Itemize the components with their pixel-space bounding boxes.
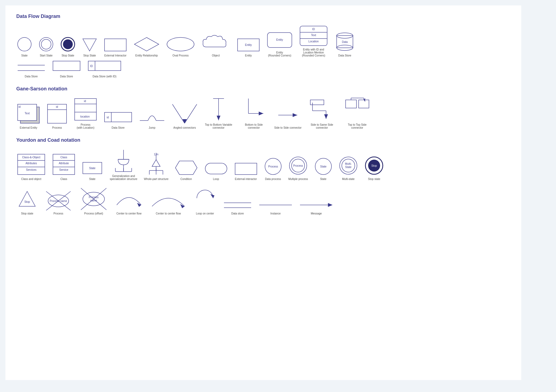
yc-data-store: Data store — [223, 200, 252, 215]
label-gs-jump: Jump — [149, 126, 155, 129]
shape-external-interactor: External Interactor — [103, 36, 128, 57]
yc-external-interactor: External interactor — [234, 161, 258, 181]
gs-bottom-side-connector: Bottom to Side connector — [239, 97, 269, 129]
gs-jump: Jump — [138, 108, 166, 129]
svg-text:Service: Service — [59, 168, 68, 171]
yc-loop-center: Loop on center — [193, 186, 217, 215]
label-gs-angled: Angled connectors — [173, 126, 196, 129]
svg-text:Text: Text — [25, 112, 30, 115]
label-entity-id-location: Entity with ID and Location Mention (Rou… — [299, 48, 328, 57]
svg-text:Stop: Stop — [371, 164, 377, 167]
gs-side-same-side-connector: Side to Same Side connector — [307, 97, 337, 129]
svg-text:Data: Data — [342, 40, 348, 43]
svg-text:Stop: Stop — [24, 200, 30, 203]
svg-rect-100 — [235, 163, 257, 175]
yc-stop-triangle: Stop Stop state — [16, 189, 38, 215]
gs-row-1: id Text External Entity id Process — [16, 97, 510, 129]
shape-start-state: Start State — [38, 36, 54, 57]
label-yc-message: Message — [311, 212, 322, 215]
label-yc-condition: Condition — [180, 178, 192, 181]
gs-angled-connectors: Angled connectors — [171, 103, 198, 129]
svg-marker-115 — [19, 191, 35, 206]
svg-point-2 — [41, 39, 51, 49]
label-yc-loop-center: Loop on center — [196, 212, 214, 215]
yc-condition: Condition — [174, 160, 198, 181]
label-gs-top-bottom: Top to Bottom Variable connector — [204, 123, 233, 129]
svg-text:location: location — [80, 115, 90, 118]
svg-marker-7 — [134, 37, 159, 51]
label-gs-process: Process — [52, 126, 62, 129]
label-data-store-lines: Data Store — [25, 75, 38, 78]
label-stop-state-1: Stop State — [62, 54, 74, 57]
svg-text:Entity: Entity — [276, 38, 283, 41]
shape-oval-process: Oval Process — [166, 36, 195, 57]
svg-marker-54 — [259, 112, 263, 115]
svg-text:Entity: Entity — [245, 43, 252, 46]
shape-stop-state-2: Stop State — [81, 36, 98, 57]
label-stop-state-2: Stop State — [83, 54, 96, 57]
svg-marker-5 — [83, 39, 96, 51]
yc-row-1: Class-&-Object Attributes Services Class… — [16, 148, 510, 181]
gs-data-store: id Data Store — [103, 110, 133, 129]
svg-marker-56 — [293, 113, 297, 117]
label-gs-data-store: Data Store — [112, 126, 125, 129]
svg-text:Process: Process — [89, 196, 99, 199]
gs-process: id Process — [46, 103, 68, 129]
svg-rect-62 — [346, 100, 356, 108]
gs-external-entity: id Text External Entity — [16, 103, 41, 129]
section-gane-sarson: Gane-Sarson notation id Text External En… — [16, 86, 510, 129]
svg-text:Services: Services — [26, 168, 36, 171]
shape-stop-state-1: Stop State — [60, 36, 76, 57]
svg-line-47 — [185, 104, 197, 123]
gs-top-bottom-connector: Top to Bottom Variable connector — [204, 97, 233, 129]
label-yc-class-object: Class and object — [21, 178, 41, 181]
svg-text:State: State — [345, 166, 352, 169]
label-yc-center-flow-1: Center to center flow — [116, 212, 141, 215]
label-gs-process-location: Process(with Location) — [77, 123, 94, 129]
yc-gen-spec: Generalization and specialization struct… — [109, 148, 138, 181]
label-yc-external-interactor: External interactor — [235, 178, 257, 181]
svg-text:Text: Text — [311, 34, 316, 37]
label-yc-loop: Loop — [213, 178, 219, 181]
label-oval-process: Oval Process — [172, 54, 188, 57]
label-yc-state-circle: State — [320, 178, 326, 181]
svg-text:Location: Location — [308, 40, 319, 43]
svg-text:Process name: Process name — [50, 200, 67, 203]
svg-point-4 — [63, 39, 73, 49]
label-yc-multi-state: Multi-state — [342, 178, 355, 181]
shape-data-store-id: ID Data Store (with ID) — [87, 60, 122, 78]
label-yc-gen-spec: Generalization and specialization struct… — [109, 175, 138, 181]
label-start-state: Start State — [40, 54, 52, 57]
shape-data-store-rect: Data Store — [52, 60, 81, 78]
section-dfd: Data Flow Diagram State Start State — [16, 14, 510, 78]
section-title-gs: Gane-Sarson notation — [16, 86, 510, 92]
yc-state: State State — [81, 161, 103, 181]
label-data-store-id: Data Store (with ID) — [93, 75, 116, 78]
svg-text:Attribute: Attribute — [59, 162, 69, 165]
svg-marker-133 — [328, 203, 333, 207]
label-entity-relationship: Entity Relationship — [135, 54, 158, 57]
yc-row-2: Stop Stop state Process name Process — [16, 186, 510, 215]
svg-text:id: id — [107, 116, 109, 119]
svg-rect-63 — [359, 100, 369, 108]
shape-entity-rounded: Entity Entity(Rounded Corners) — [266, 30, 293, 57]
yc-class-object: Class-&-Object Attributes Services Class… — [16, 153, 46, 181]
svg-text:1,m: 1,m — [154, 153, 159, 156]
label-yc-process-offset: Process (offset) — [84, 212, 103, 215]
label-yc-stop-state-circle: Stop state — [368, 178, 380, 181]
yc-process-ellipse: Process name Process — [43, 189, 73, 215]
yc-loop: Loop — [204, 161, 228, 181]
label-yc-state: State — [89, 178, 95, 181]
svg-text:ID: ID — [312, 28, 315, 31]
shape-data-store-cylinder: Data Data Store — [334, 31, 356, 57]
svg-text:Multi-: Multi- — [345, 162, 351, 165]
svg-text:1: 1 — [156, 167, 157, 170]
label-yc-data-process: Data process — [265, 178, 281, 181]
svg-text:Attributes: Attributes — [26, 162, 37, 165]
svg-text:id: id — [18, 105, 21, 108]
label-object: Object — [212, 54, 220, 57]
svg-marker-60 — [324, 114, 328, 119]
gs-process-location: id location Process(with Location) — [73, 97, 98, 129]
section-title-dfd: Data Flow Diagram — [16, 14, 510, 19]
svg-text:Class-&-Object: Class-&-Object — [22, 156, 40, 159]
